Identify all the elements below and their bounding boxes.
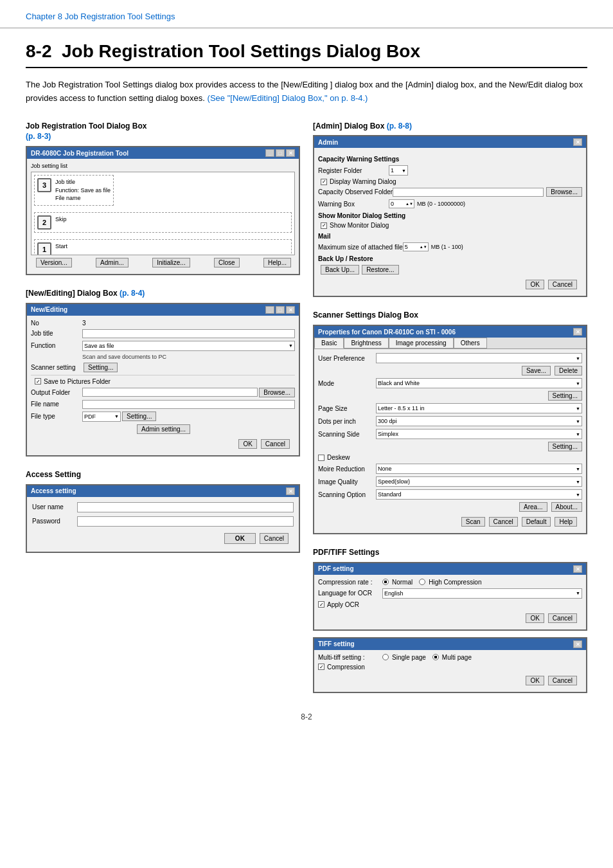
scanner-delete-btn[interactable]: Delete (555, 366, 582, 375)
pdf-ok-btn[interactable]: OK (526, 613, 544, 623)
warning-spinner[interactable]: 0 (389, 199, 414, 208)
tab-brightness[interactable]: Brightness (344, 338, 388, 348)
output-folder-label: Output Folder (31, 389, 82, 396)
backup-btn[interactable]: Back Up... (321, 265, 359, 275)
moire-row: Moire Reduction None (318, 464, 582, 474)
save-pics-checkbox[interactable] (35, 378, 41, 384)
admin-close-icon[interactable]: ✕ (573, 138, 582, 146)
newedit-ok-btn[interactable]: OK (238, 439, 256, 449)
tab-image-processing[interactable]: Image processing (389, 338, 454, 348)
deskew-checkbox[interactable] (318, 455, 324, 461)
maximize-btn[interactable]: □ (276, 149, 285, 157)
tiff-compression-row: Compression (318, 664, 582, 671)
admin-cancel-btn[interactable]: Cancel (548, 280, 577, 289)
pdf-dialog-box: PDF setting ✕ Compression rate : Normal (313, 562, 587, 631)
tiff-close-icon[interactable]: ✕ (573, 640, 582, 648)
minimize-btn[interactable]: _ (265, 149, 274, 157)
tab-basic[interactable]: Basic (314, 338, 344, 348)
backup-section: Back Up / Restore (318, 255, 582, 262)
compression-radio-group: Normal High Compression (382, 579, 482, 586)
scanner-help-btn[interactable]: Help (555, 517, 577, 527)
scanner-save-btn[interactable]: Save... (522, 366, 551, 375)
area-btn[interactable]: Area... (519, 502, 547, 512)
scanner-setting-btn[interactable]: Setting... (84, 363, 118, 372)
admin-dialog-ref[interactable]: (p. 8-8) (387, 122, 412, 131)
jrt-list-area[interactable]: 3 Job title Function: Save as file File … (31, 172, 295, 255)
admin-button[interactable]: Admin... (96, 258, 129, 267)
tiff-ok-btn[interactable]: OK (526, 676, 544, 685)
admin-controls: ✕ (573, 138, 582, 146)
pdf-cancel-btn[interactable]: Cancel (548, 613, 577, 623)
newedit-cancel-btn[interactable]: Cancel (261, 439, 290, 449)
show-monitor-checkbox[interactable] (321, 222, 327, 229)
scanner-default-btn[interactable]: Default (522, 517, 551, 527)
tab-others[interactable]: Others (454, 338, 487, 348)
admin-ok-btn[interactable]: OK (526, 280, 544, 289)
display-warning-checkbox[interactable] (321, 179, 327, 185)
pdf-close-icon[interactable]: ✕ (573, 565, 582, 573)
single-page-radio[interactable] (382, 654, 389, 660)
apply-ocr-checkbox[interactable] (318, 601, 324, 608)
multi-page-radio[interactable] (432, 654, 439, 660)
dpi-select[interactable]: 300 dpi (376, 416, 582, 426)
scanning-side-select[interactable]: Simplex (376, 429, 582, 439)
file-type-select[interactable]: PDF (82, 411, 121, 422)
scanner-cancel-btn[interactable]: Cancel (489, 517, 518, 527)
scanner-close-icon[interactable]: ✕ (573, 328, 582, 336)
register-folder-select[interactable]: 1 (389, 165, 408, 176)
jrt-dialog-ref[interactable]: (p. 8-3) (26, 132, 51, 141)
dpi-value: 300 dpi (378, 418, 397, 424)
browse-btn[interactable]: Browse... (259, 388, 295, 397)
username-input[interactable] (77, 502, 294, 512)
scanning-option-select[interactable]: Standard (376, 489, 582, 500)
scanning-side-setting-btn[interactable]: Setting... (548, 442, 582, 451)
max-size-spinner[interactable]: 5 (403, 242, 429, 251)
access-cancel-btn[interactable]: Cancel (260, 533, 289, 544)
close-button[interactable]: Close (214, 258, 240, 267)
tiff-cancel-btn[interactable]: Cancel (548, 676, 577, 685)
diagrams-grid: Job Registration Tool Dialog Box (p. 8-3… (26, 121, 587, 700)
newedit-body: No 3 Job title Function Save as file (27, 316, 299, 455)
access-footer: OK Cancel (32, 530, 294, 547)
file-type-label: File type (31, 413, 82, 420)
about-btn[interactable]: About... (551, 502, 582, 512)
normal-label: Normal (392, 579, 413, 586)
password-input[interactable] (77, 516, 294, 527)
save-pics-label: Save to Pictures Folder (44, 378, 111, 385)
newedit-dialog-ref[interactable]: (p. 8-4) (120, 289, 145, 298)
newedit-titlebar: New/Editing _ □ ✕ (27, 304, 299, 316)
job-title-input[interactable] (82, 329, 295, 338)
page-content: 8-2 Job Registration Tool Settings Dialo… (0, 41, 613, 760)
newedit-close-icon[interactable]: ✕ (286, 306, 295, 314)
function-select[interactable]: Save as file (82, 341, 295, 351)
file-name-input[interactable] (82, 400, 295, 409)
restore-btn[interactable]: Restore... (362, 265, 398, 275)
initialize-button[interactable]: Initialize... (152, 258, 190, 267)
user-pref-select[interactable] (376, 353, 582, 363)
newedit-restore-btn[interactable]: □ (276, 306, 285, 314)
user-pref-label: User Preference (318, 355, 376, 362)
warning-range: MB (0 - 10000000) (417, 201, 465, 207)
moire-select[interactable]: None (376, 464, 582, 474)
access-ok-btn[interactable]: OK (224, 533, 256, 544)
high-compression-radio[interactable] (419, 579, 425, 585)
intro-link[interactable]: (See "[New/Editing] Dialog Box," on p. 8… (208, 93, 368, 103)
language-label: Language for OCR (318, 590, 382, 597)
version-button[interactable]: Version... (36, 258, 72, 267)
capacity-folder-input[interactable] (393, 188, 544, 197)
language-select[interactable]: English (382, 588, 582, 599)
normal-radio[interactable] (382, 579, 389, 585)
mode-setting-btn[interactable]: Setting... (548, 391, 582, 401)
scan-btn[interactable]: Scan (461, 517, 485, 527)
close-icon[interactable]: ✕ (286, 149, 295, 157)
help-button[interactable]: Help... (263, 258, 291, 267)
access-close-icon[interactable]: ✕ (286, 487, 295, 495)
output-folder-input[interactable] (82, 388, 258, 397)
filetype-setting-btn[interactable]: Setting... (122, 411, 156, 421)
admin-setting-btn[interactable]: Admin setting... (137, 424, 190, 434)
page-size-select[interactable]: Letter - 8.5 x 11 in (376, 403, 582, 413)
mode-select[interactable]: Black and White (376, 378, 582, 388)
capacity-browse-btn[interactable]: Browse... (546, 187, 582, 197)
tiff-compression-checkbox[interactable] (318, 664, 324, 670)
newedit-minimize-btn[interactable]: _ (265, 306, 274, 314)
